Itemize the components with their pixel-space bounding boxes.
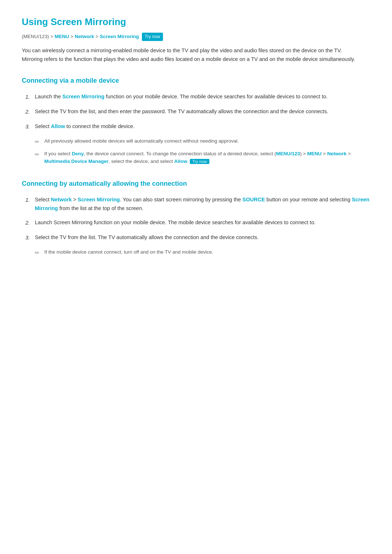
step-2-content: Select the TV from the list, and then en… — [35, 107, 370, 116]
page-title: Using Screen Mirroring — [22, 15, 370, 30]
deny-link: Deny — [72, 151, 84, 156]
section2-note-1-text: If the mobile device cannot connect, tur… — [44, 248, 370, 256]
step-1: 1. Launch the Screen Mirroring function … — [22, 93, 370, 102]
breadcrumb-sep2: > — [70, 33, 73, 41]
section1-title: Connecting via a mobile device — [22, 75, 370, 86]
section2-title: Connecting by automatically allowing the… — [22, 178, 370, 189]
step1-screen-mirroring-link: Screen Mirroring — [62, 94, 105, 99]
breadcrumb: (MENU/123) > MENU > Network > Screen Mir… — [22, 33, 370, 41]
section1-steps-list: 1. Launch the Screen Mirroring function … — [22, 93, 370, 131]
try-now-badge-note[interactable]: Try now — [190, 159, 209, 164]
step-3-content: Select Allow to connect the mobile devic… — [35, 122, 370, 131]
step-1-number: 1. — [22, 93, 30, 102]
note2-allow: Allow — [174, 159, 187, 164]
section2-step-1-content: Select Network > Screen Mirroring. You c… — [35, 196, 370, 213]
note2-menu: MENU — [307, 151, 322, 156]
note-2-text: If you select Deny, the device cannot co… — [44, 150, 370, 165]
s2-network-link: Network — [51, 197, 72, 202]
breadcrumb-menu-ref: (MENU/123) — [22, 33, 49, 41]
try-now-badge-header[interactable]: Try now — [142, 33, 163, 41]
section2-step-3-number: 3. — [22, 233, 30, 242]
note-1-text: All previously allowed mobile devices wi… — [44, 137, 370, 145]
section2-notes: ✏ If the mobile device cannot connect, t… — [35, 248, 370, 257]
step-2: 2. Select the TV from the list, and then… — [22, 107, 370, 116]
note-icon-2: ✏ — [35, 150, 41, 159]
step3-allow-link: Allow — [51, 123, 65, 129]
breadcrumb-sep3: > — [95, 33, 98, 41]
section2-step-1: 1. Select Network > Screen Mirroring. Yo… — [22, 196, 370, 213]
step-1-content: Launch the Screen Mirroring function on … — [35, 93, 370, 101]
section-connecting-via-mobile: Connecting via a mobile device 1. Launch… — [22, 75, 370, 165]
note-1: ✏ All previously allowed mobile devices … — [35, 137, 370, 146]
section2-step-3: 3. Select the TV from the list. The TV a… — [22, 233, 370, 242]
note-icon-3: ✏ — [35, 248, 41, 257]
note2-menu-ref: MENU/123 — [276, 151, 300, 156]
breadcrumb-screen-mirroring: Screen Mirroring — [100, 33, 139, 41]
intro-paragraph: You can wirelessly connect a mirroring-e… — [22, 46, 356, 64]
step-3-number: 3. — [22, 122, 30, 131]
section1-notes: ✏ All previously allowed mobile devices … — [35, 137, 370, 165]
step-3: 3. Select Allow to connect the mobile de… — [22, 122, 370, 131]
s2-source-link: SOURCE — [242, 197, 265, 202]
section2-step-2: 2. Launch Screen Mirroring function on y… — [22, 218, 370, 227]
section2-step-2-number: 2. — [22, 218, 30, 227]
breadcrumb-menu: MENU — [55, 33, 69, 41]
section-connecting-auto: Connecting by automatically allowing the… — [22, 178, 370, 257]
note-2: ✏ If you select Deny, the device cannot … — [35, 150, 370, 165]
section2-note-1: ✏ If the mobile device cannot connect, t… — [35, 248, 370, 257]
section2-step-2-content: Launch Screen Mirroring function on your… — [35, 218, 370, 227]
note2-network: Network — [327, 151, 346, 156]
step-2-number: 2. — [22, 107, 30, 116]
note-icon-1: ✏ — [35, 137, 41, 146]
breadcrumb-sep1: > — [50, 33, 53, 41]
section2-step-3-content: Select the TV from the list. The TV auto… — [35, 233, 370, 242]
s2-screen-mirroring-link: Screen Mirroring — [78, 197, 120, 202]
section2-step-1-number: 1. — [22, 196, 30, 205]
note2-multimedia-manager: Multimedia Device Manager — [44, 159, 109, 164]
section2-steps-list: 1. Select Network > Screen Mirroring. Yo… — [22, 196, 370, 243]
breadcrumb-network: Network — [75, 33, 94, 41]
